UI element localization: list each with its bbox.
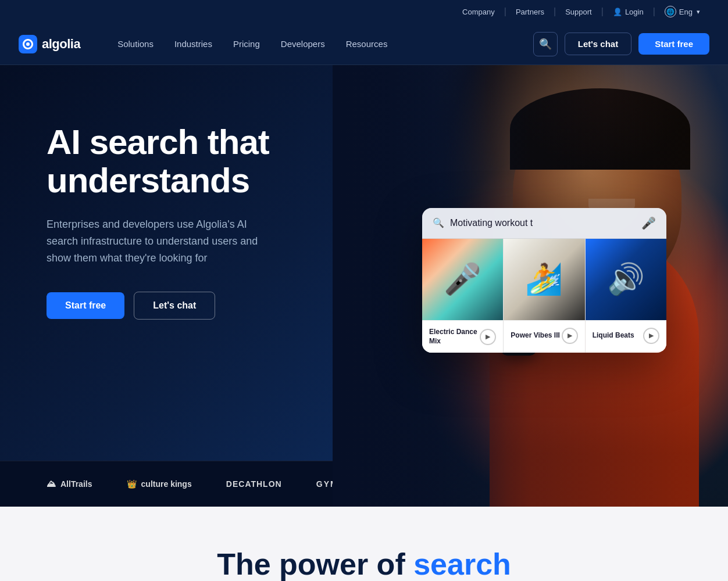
topbar-lang-label: Eng bbox=[679, 8, 693, 16]
result-card-1-title: Electric Dance Mix bbox=[429, 328, 480, 346]
microphone-icon[interactable]: 🎤 bbox=[641, 216, 656, 230]
hero-section: AI search that understands Enterprises a… bbox=[0, 65, 728, 507]
nav-actions: 🔍 Let's chat Start free bbox=[533, 32, 709, 56]
user-icon: 👤 bbox=[613, 8, 622, 16]
search-demo-input[interactable] bbox=[450, 218, 636, 228]
nav-solutions[interactable]: Solutions bbox=[108, 34, 163, 53]
result-card-1-image: 🎤 bbox=[422, 239, 503, 320]
hero-title-line1: AI search that bbox=[47, 123, 269, 162]
alltrails-icon: ⛰ bbox=[47, 479, 56, 489]
search-demo-search-icon: 🔍 bbox=[433, 217, 444, 228]
result-card-3-title: Liquid Beats bbox=[593, 331, 634, 340]
start-free-button[interactable]: Start free bbox=[638, 33, 709, 55]
hero-title-line2: understands bbox=[47, 161, 249, 200]
result-card-3-info: Liquid Beats ▶ bbox=[586, 320, 666, 351]
nav-pricing[interactable]: Pricing bbox=[224, 34, 269, 53]
topbar-company[interactable]: Company bbox=[453, 5, 504, 19]
hero-left: AI search that understands Enterprises a… bbox=[47, 100, 337, 426]
result-card-1-info: Electric Dance Mix ▶ bbox=[422, 320, 503, 353]
decathlon-label: DECATHLON bbox=[226, 479, 282, 489]
hero-buttons: Start free Let's chat bbox=[47, 292, 337, 320]
logo[interactable]: algolia bbox=[19, 35, 80, 53]
hero-lets-chat-button[interactable]: Let's chat bbox=[134, 292, 215, 320]
bottom-title-prefix: The power of bbox=[217, 547, 405, 581]
navbar: algolia Solutions Industries Pricing Dev… bbox=[0, 23, 728, 65]
lets-chat-button[interactable]: Let's chat bbox=[565, 33, 631, 55]
search-button[interactable]: 🔍 bbox=[533, 32, 558, 56]
topbar-login-label: Login bbox=[625, 8, 644, 16]
search-demo-widget: 🔍 🎤 🎤 Electric Dance Mix ▶ bbox=[422, 208, 666, 353]
result-card-3-image: 🔊 bbox=[586, 239, 666, 320]
result-card-1-play-button[interactable]: ▶ bbox=[480, 329, 496, 345]
hero-right: 🔍 🎤 🎤 Electric Dance Mix ▶ bbox=[337, 100, 728, 426]
brand-culture-kings: 👑 culture kings bbox=[127, 479, 192, 489]
topbar-partners[interactable]: Partners bbox=[506, 5, 554, 19]
search-bar[interactable]: 🔍 🎤 bbox=[422, 208, 666, 239]
result-card-2-play-button[interactable]: ▶ bbox=[562, 328, 578, 344]
hero-title: AI search that understands bbox=[47, 123, 337, 200]
topbar: Company | Partners | Support | 👤 Login |… bbox=[0, 0, 728, 23]
brand-decathlon: DECATHLON bbox=[226, 479, 282, 489]
search-icon: 🔍 bbox=[539, 38, 552, 51]
hero-content: AI search that understands Enterprises a… bbox=[0, 65, 728, 461]
result-card-2-title: Power Vibes III bbox=[511, 331, 559, 340]
topbar-lang[interactable]: 🌐 Eng ▾ bbox=[655, 3, 709, 20]
topbar-support[interactable]: Support bbox=[556, 5, 601, 19]
bottom-title-highlight: search bbox=[413, 547, 511, 581]
topbar-login[interactable]: 👤 Login bbox=[604, 5, 653, 19]
globe-icon: 🌐 bbox=[665, 6, 676, 17]
svg-point-1 bbox=[26, 42, 30, 46]
result-card-2-image: 🏄 bbox=[504, 239, 584, 320]
result-card-1[interactable]: 🎤 Electric Dance Mix ▶ bbox=[422, 239, 504, 353]
algolia-logo-icon bbox=[19, 35, 37, 53]
bottom-section: The power of search bbox=[0, 507, 728, 581]
hero-subtitle: Enterprises and developers use Algolia's… bbox=[47, 216, 279, 266]
result-card-2[interactable]: 🏄 Power Vibes III ▶ bbox=[504, 239, 585, 353]
nav-resources[interactable]: Resources bbox=[337, 34, 397, 53]
alltrails-label: AllTrails bbox=[60, 479, 92, 489]
result-card-2-info: Power Vibes III ▶ bbox=[504, 320, 584, 351]
hero-start-free-button[interactable]: Start free bbox=[47, 292, 124, 319]
nav-developers[interactable]: Developers bbox=[272, 34, 334, 53]
culture-kings-label: culture kings bbox=[141, 479, 192, 489]
chevron-down-icon: ▾ bbox=[697, 8, 700, 16]
logo-text: algolia bbox=[42, 37, 80, 52]
result-card-3-play-button[interactable]: ▶ bbox=[643, 328, 659, 344]
result-card-3[interactable]: 🔊 Liquid Beats ▶ bbox=[586, 239, 666, 353]
nav-industries[interactable]: Industries bbox=[165, 34, 222, 53]
bottom-title: The power of search bbox=[217, 547, 511, 581]
nav-links: Solutions Industries Pricing Developers … bbox=[108, 34, 533, 53]
culture-kings-icon: 👑 bbox=[127, 479, 137, 489]
search-results: 🎤 Electric Dance Mix ▶ 🏄 Power bbox=[422, 239, 666, 353]
brand-alltrails: ⛰ AllTrails bbox=[47, 479, 92, 489]
